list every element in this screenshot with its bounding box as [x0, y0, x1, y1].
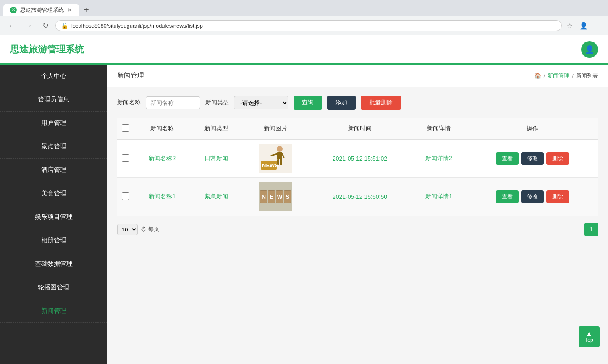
sidebar-item-label: 美食管理	[41, 190, 66, 198]
user-avatar[interactable]: 👤	[581, 41, 598, 58]
row1-delete-button[interactable]: 删除	[546, 152, 569, 165]
svg-point-1	[277, 146, 283, 152]
url-input[interactable]	[71, 23, 556, 29]
breadcrumb-home[interactable]: 🏠	[535, 73, 541, 79]
sidebar-item-label: 酒店管理	[41, 166, 66, 174]
row1-actions: 查看 修改 删除	[467, 139, 598, 178]
address-bar[interactable]: 🔒	[55, 20, 562, 31]
select-all-checkbox[interactable]	[122, 124, 129, 132]
col-header-time: 新闻时间	[309, 118, 410, 139]
sidebar-item-base-data-manage[interactable]: 基础数据管理	[0, 252, 107, 276]
sidebar-item-label: 管理员信息	[38, 96, 69, 104]
sidebar-item-label: 景点管理	[41, 143, 66, 151]
sidebar-item-carousel-manage[interactable]: 轮播图管理	[0, 276, 107, 299]
more-button[interactable]: ⋮	[593, 20, 603, 31]
svg-text:S: S	[286, 193, 289, 200]
table-row: 新闻名称2 日常新闻	[117, 139, 598, 178]
svg-rect-6	[280, 159, 282, 165]
row2-delete-button[interactable]: 删除	[546, 190, 569, 203]
app-body: 个人中心 管理员信息 用户管理 景点管理 酒店管理 美食管理 娱乐项目管理 相册…	[0, 65, 608, 364]
row1-news-image: NEWS	[259, 144, 292, 173]
browser-controls: ← → ↻ 🔒 ☆ 👤 ⋮	[0, 16, 608, 35]
breadcrumb-current: 新闻列表	[576, 72, 598, 80]
news-table: 新闻名称 新闻类型 新闻图片 新闻时间 新闻详情 操作 新闻名称2	[117, 118, 598, 216]
reload-button[interactable]: ↻	[39, 19, 52, 32]
row2-checkbox[interactable]	[122, 192, 129, 200]
sidebar-item-food-manage[interactable]: 美食管理	[0, 182, 107, 205]
batch-delete-button[interactable]: 批量删除	[361, 96, 401, 110]
svg-text:NEWS: NEWS	[262, 162, 278, 169]
sidebar-item-label: 新闻管理	[41, 307, 66, 315]
svg-rect-2	[277, 152, 282, 159]
row2-type-link[interactable]: 紧急新闻	[204, 193, 228, 200]
table-header-row: 新闻名称 新闻类型 新闻图片 新闻时间 新闻详情 操作	[117, 118, 598, 139]
row1-detail-link[interactable]: 新闻详情2	[425, 155, 452, 161]
sidebar-item-label: 相册管理	[41, 237, 66, 244]
sidebar-item-label: 轮播图管理	[38, 283, 69, 291]
sidebar-item-personal-center[interactable]: 个人中心	[0, 65, 107, 88]
tab-favicon: S	[10, 7, 17, 13]
row1-edit-button[interactable]: 修改	[521, 152, 544, 165]
row2-view-button[interactable]: 查看	[496, 190, 519, 203]
row2-name-link[interactable]: 新闻名称1	[149, 193, 176, 200]
row1-type-link[interactable]: 日常新闻	[204, 155, 228, 161]
app-title: 思途旅游管理系统	[10, 43, 84, 56]
main-content: 新闻管理 🏠 / 新闻管理 / 新闻列表 新闻名称 新闻类型 -请选择- 日常新…	[107, 65, 608, 364]
sidebar-item-entertainment-manage[interactable]: 娱乐项目管理	[0, 205, 107, 229]
back-to-top-button[interactable]: ▲ Top	[579, 326, 600, 347]
back-to-top-arrow: ▲	[586, 330, 592, 337]
row1-detail: 新闻详情2	[411, 139, 467, 178]
col-header-actions: 操作	[467, 118, 598, 139]
row2-news-image: N E W S	[259, 182, 292, 211]
filter-bar: 新闻名称 新闻类型 -请选择- 日常新闻 紧急新闻 查询 添加 批量删除	[107, 87, 608, 118]
sidebar-item-label: 个人中心	[41, 72, 66, 80]
row1-view-button[interactable]: 查看	[496, 152, 519, 165]
filter-type-label: 新闻类型	[205, 99, 229, 107]
row2-name: 新闻名称1	[134, 178, 191, 216]
row2-type: 紧急新闻	[191, 178, 242, 216]
close-tab-button[interactable]: ✕	[67, 7, 72, 13]
sidebar-item-admin-info[interactable]: 管理员信息	[0, 88, 107, 112]
app-header: 思途旅游管理系统 👤	[0, 35, 608, 65]
sidebar-item-user-manage[interactable]: 用户管理	[0, 112, 107, 135]
page-1-button[interactable]: 1	[584, 223, 598, 236]
sidebar: 个人中心 管理员信息 用户管理 景点管理 酒店管理 美食管理 娱乐项目管理 相册…	[0, 65, 107, 364]
filter-name-label: 新闻名称	[117, 99, 141, 107]
pagination-pages: 1	[584, 223, 598, 236]
forward-button[interactable]: →	[22, 19, 35, 32]
sidebar-item-attraction-manage[interactable]: 景点管理	[0, 135, 107, 159]
col-header-detail: 新闻详情	[411, 118, 467, 139]
query-button[interactable]: 查询	[294, 96, 322, 110]
per-page-select[interactable]: 10 20 50	[117, 224, 138, 235]
row1-type: 日常新闻	[191, 139, 242, 178]
breadcrumb: 🏠 / 新闻管理 / 新闻列表	[535, 72, 598, 80]
sidebar-item-album-manage[interactable]: 相册管理	[0, 229, 107, 252]
back-button[interactable]: ←	[5, 19, 18, 32]
new-tab-button[interactable]: +	[81, 3, 92, 16]
filter-type-select[interactable]: -请选择- 日常新闻 紧急新闻	[234, 96, 288, 109]
bookmark-button[interactable]: ☆	[565, 20, 574, 31]
row1-name-link[interactable]: 新闻名称2	[149, 155, 176, 161]
filter-name-input[interactable]	[146, 96, 200, 109]
row1-image-cell: NEWS	[242, 139, 309, 178]
tab-title: 思途旅游管理系统	[20, 6, 64, 14]
breadcrumb-news-manage[interactable]: 新闻管理	[548, 72, 569, 80]
row2-image-cell: N E W S	[242, 178, 309, 216]
row2-edit-button[interactable]: 修改	[521, 190, 544, 203]
row2-actions: 查看 修改 删除	[467, 178, 598, 216]
sidebar-item-label: 用户管理	[41, 119, 66, 127]
profile-button[interactable]: 👤	[578, 20, 590, 31]
sidebar-item-news-manage[interactable]: 新闻管理	[0, 299, 107, 323]
row1-name: 新闻名称2	[134, 139, 191, 178]
row2-detail-link[interactable]: 新闻详情1	[425, 193, 452, 200]
sidebar-item-hotel-manage[interactable]: 酒店管理	[0, 159, 107, 182]
col-header-image: 新闻图片	[242, 118, 309, 139]
page-header: 新闻管理 🏠 / 新闻管理 / 新闻列表	[107, 65, 608, 87]
browser-right-icons: ☆ 👤 ⋮	[565, 20, 603, 31]
col-header-name: 新闻名称	[134, 118, 191, 139]
table-container: 新闻名称 新闻类型 新闻图片 新闻时间 新闻详情 操作 新闻名称2	[107, 118, 608, 216]
row2-time: 2021-05-12 15:50:50	[309, 178, 410, 216]
col-header-type: 新闻类型	[191, 118, 242, 139]
add-button[interactable]: 添加	[327, 96, 356, 110]
row1-checkbox[interactable]	[122, 154, 129, 162]
